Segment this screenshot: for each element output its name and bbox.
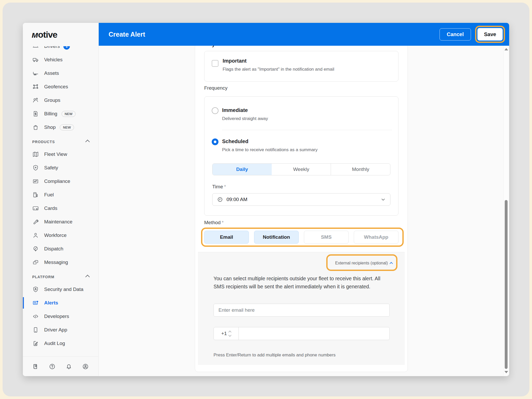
sidebar-item-label: Alerts xyxy=(44,300,58,306)
important-title: Important xyxy=(223,58,247,64)
sidebar-item-label: Audit Log xyxy=(44,341,65,346)
schedule-tabs: Daily Weekly Monthly xyxy=(212,163,390,175)
external-recipients-label: External recipients (optional) xyxy=(335,261,388,265)
whats-new-icon[interactable] xyxy=(32,363,39,370)
sidebar-item-security-and-data[interactable]: Security and Data xyxy=(23,283,98,296)
sidebar-item-label: Security and Data xyxy=(44,287,83,292)
app-window: Drivers 1 Vehicles Assets Geofences xyxy=(23,23,509,376)
sidebar-item-label: Safety xyxy=(44,165,58,171)
chevron-up-icon xyxy=(85,140,90,144)
motive-logo: ᴍmotiveotive xyxy=(32,30,57,40)
sidebar-nav: Drivers 1 Vehicles Assets Geofences xyxy=(23,39,98,350)
sidebar-item-driver-app[interactable]: Driver App xyxy=(23,323,98,337)
vehicles-icon xyxy=(32,56,39,63)
save-button[interactable]: Save xyxy=(477,28,503,41)
groups-icon xyxy=(32,97,39,104)
sidebar-item-fleet-view[interactable]: Fleet View xyxy=(23,148,98,161)
cards-icon xyxy=(32,205,39,212)
page-title: Create Alert xyxy=(109,31,145,38)
sidebar-item-label: Fuel xyxy=(44,192,54,198)
method-email-button[interactable]: Email xyxy=(204,231,249,244)
sidebar-footer xyxy=(23,356,98,376)
sidebar-item-groups[interactable]: Groups xyxy=(23,94,98,107)
time-required-mark: * xyxy=(224,184,226,189)
recipients-helper-text: Press Enter/Return to add multiple email… xyxy=(214,353,336,358)
sidebar-section-products[interactable]: PRODUCTS xyxy=(23,136,98,148)
method-sms-button[interactable]: SMS xyxy=(304,231,349,244)
vertical-scrollbar xyxy=(503,46,509,376)
country-code-value: +1 xyxy=(221,331,227,336)
tab-daily[interactable]: Daily xyxy=(212,164,272,175)
tab-weekly[interactable]: Weekly xyxy=(272,164,331,175)
cancel-button[interactable]: Cancel xyxy=(440,28,471,41)
sidebar-item-workforce[interactable]: Workforce xyxy=(23,229,98,242)
external-phone-input[interactable] xyxy=(239,327,389,340)
scroll-down-arrow[interactable] xyxy=(504,371,508,373)
sidebar-item-dispatch[interactable]: Dispatch xyxy=(23,242,98,256)
method-whatsapp-button[interactable]: WhatsApp xyxy=(354,231,398,244)
method-notification-button[interactable]: Notification xyxy=(254,231,299,244)
sidebar-item-billing[interactable]: Billing NEW xyxy=(23,107,98,121)
help-icon[interactable] xyxy=(49,363,56,370)
scroll-thumb[interactable] xyxy=(505,200,508,369)
external-recipients-description: You can select multiple recipients outsi… xyxy=(214,275,385,291)
immediate-description: Delivered straight away xyxy=(222,116,268,121)
method-options: Email Notification SMS WhatsApp xyxy=(204,231,398,244)
audit-log-icon xyxy=(32,340,39,347)
frequency-label: Frequency xyxy=(204,85,228,91)
scheduled-radio[interactable] xyxy=(212,138,218,145)
sidebar-item-shop[interactable]: Shop NEW xyxy=(23,121,98,134)
tab-monthly[interactable]: Monthly xyxy=(331,164,390,175)
external-email-input[interactable] xyxy=(214,304,390,317)
highlight-ring-save: Save xyxy=(475,26,505,43)
sidebar-item-alerts[interactable]: Alerts xyxy=(23,296,98,310)
sidebar-section-platform[interactable]: PLATFORM xyxy=(23,271,98,283)
logo-area: ᴍmotiveotive xyxy=(23,23,98,46)
screenshot-canvas: Drivers 1 Vehicles Assets Geofences xyxy=(0,0,532,399)
clock-icon xyxy=(217,197,223,202)
sidebar-item-label: Cards xyxy=(44,205,57,211)
scroll-up-arrow[interactable] xyxy=(504,48,508,50)
chevron-down-icon xyxy=(381,197,385,202)
page-header: Create Alert Cancel Save xyxy=(99,23,509,46)
sidebar-item-geofences[interactable]: Geofences xyxy=(23,80,98,94)
immediate-title: Immediate xyxy=(222,107,248,113)
sidebar-item-fuel[interactable]: Fuel xyxy=(23,188,98,202)
account-icon[interactable] xyxy=(82,363,89,370)
section-header-label: PRODUCTS xyxy=(32,140,55,144)
sidebar-item-compliance[interactable]: Compliance xyxy=(23,175,98,188)
sidebar-item-assets[interactable]: Assets xyxy=(23,66,98,80)
sidebar-item-audit-log[interactable]: Audit Log xyxy=(23,337,98,350)
immediate-radio[interactable] xyxy=(212,107,218,114)
notifications-bell-icon[interactable] xyxy=(65,363,72,370)
stepper-arrows-icon xyxy=(229,331,231,336)
sidebar-item-maintenance[interactable]: Maintenance xyxy=(23,215,98,229)
sidebar: Drivers 1 Vehicles Assets Geofences xyxy=(23,23,99,376)
important-checkbox[interactable] xyxy=(212,60,218,67)
sidebar-item-developers[interactable]: Developers xyxy=(23,310,98,323)
sidebar-item-label: Developers xyxy=(44,314,69,319)
cropped-scrolled-text: y xyxy=(212,46,215,48)
scheduled-description: Pick a time to receive notifications as … xyxy=(222,147,318,152)
sidebar-item-cards[interactable]: Cards xyxy=(23,202,98,215)
developers-icon xyxy=(32,313,39,320)
sidebar-item-label: Messaging xyxy=(44,260,68,265)
method-label: Method xyxy=(204,220,221,225)
messaging-icon xyxy=(32,259,39,266)
frequency-divider xyxy=(222,130,392,130)
sidebar-item-vehicles[interactable]: Vehicles xyxy=(23,53,98,66)
country-code-stepper[interactable]: +1 xyxy=(214,327,239,340)
sidebar-item-messaging[interactable]: Messaging xyxy=(23,256,98,269)
geofences-icon xyxy=(32,83,39,90)
time-select[interactable]: 09:00 AM xyxy=(212,193,390,206)
sidebar-item-safety[interactable]: Safety xyxy=(23,161,98,175)
external-recipients-toggle[interactable]: External recipients (optional) xyxy=(335,258,393,268)
form-scroll-area: y Important Flags the alert as "Importan… xyxy=(99,46,503,376)
important-description: Flags the alert as "Important" in the no… xyxy=(223,67,334,72)
section-header-label: PLATFORM xyxy=(32,275,55,279)
shop-icon xyxy=(32,124,39,131)
driver-app-icon xyxy=(32,327,39,333)
method-required-mark: * xyxy=(222,220,223,225)
chevron-up-icon xyxy=(85,275,90,279)
important-option-card: Important Flags the alert as "Important"… xyxy=(204,51,398,82)
